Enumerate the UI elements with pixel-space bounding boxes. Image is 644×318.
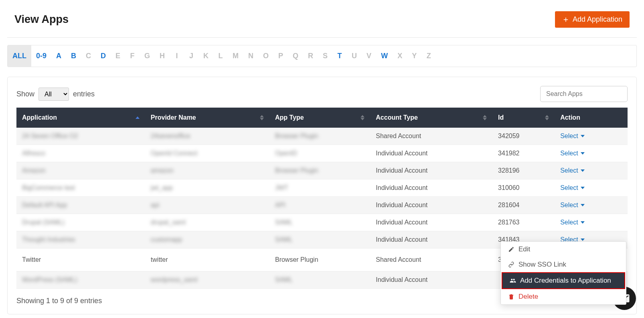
trash-icon bbox=[508, 294, 514, 300]
entries-select[interactable]: All bbox=[38, 88, 69, 101]
alpha-item-y: Y bbox=[407, 45, 421, 67]
table-row: AlfrescoOpenId ConnectOpenIDIndividual A… bbox=[16, 145, 628, 162]
svg-marker-8 bbox=[545, 118, 549, 120]
alpha-item-f: F bbox=[125, 45, 140, 67]
caret-down-icon bbox=[581, 187, 585, 189]
svg-marker-11 bbox=[581, 169, 585, 172]
col-account[interactable]: Account Type bbox=[370, 108, 492, 128]
alpha-item-j: J bbox=[184, 45, 198, 67]
action-dropdown: Edit Show SSO Link Add Credentials to Ap… bbox=[500, 241, 626, 305]
svg-marker-13 bbox=[581, 204, 585, 206]
alpha-item-c: C bbox=[81, 45, 96, 67]
svg-marker-14 bbox=[581, 221, 585, 224]
select-action[interactable]: Select bbox=[560, 167, 584, 174]
svg-marker-0 bbox=[136, 116, 140, 119]
select-action[interactable]: Select bbox=[560, 202, 584, 209]
alpha-item-h: H bbox=[155, 45, 170, 67]
plus-icon bbox=[562, 16, 569, 23]
caret-down-icon bbox=[581, 221, 585, 224]
add-application-button[interactable]: Add Application bbox=[555, 11, 630, 28]
alpha-item-w[interactable]: W bbox=[376, 45, 393, 67]
add-application-label: Add Application bbox=[573, 15, 622, 24]
sort-icon bbox=[136, 116, 140, 119]
col-id[interactable]: Id bbox=[492, 108, 555, 128]
alpha-item-u: U bbox=[347, 45, 362, 67]
svg-marker-10 bbox=[581, 152, 585, 155]
svg-marker-4 bbox=[360, 118, 365, 120]
dropdown-add-credentials[interactable]: Add Credentials to Application bbox=[502, 272, 625, 289]
svg-marker-1 bbox=[260, 115, 264, 118]
dropdown-edit[interactable]: Edit bbox=[501, 242, 626, 257]
caret-down-icon bbox=[581, 169, 585, 172]
alpha-item-v: V bbox=[362, 45, 376, 67]
caret-down-icon bbox=[581, 238, 585, 241]
svg-marker-3 bbox=[360, 115, 365, 118]
alpha-nav: ALL0-9ABCDEFGHIJKLMNOPQRSTUVWXYZ bbox=[7, 45, 637, 67]
alpha-item-q: Q bbox=[288, 45, 303, 67]
edit-icon bbox=[508, 246, 514, 253]
select-action[interactable]: Select bbox=[560, 132, 584, 140]
svg-marker-15 bbox=[581, 238, 585, 241]
link-icon bbox=[508, 261, 514, 268]
col-provider[interactable]: Provider Name bbox=[145, 108, 269, 128]
caret-down-icon bbox=[581, 135, 585, 137]
sort-icon bbox=[360, 115, 365, 120]
col-application[interactable]: Application bbox=[16, 108, 145, 128]
entries-label: entries bbox=[73, 90, 95, 98]
alpha-item-b[interactable]: B bbox=[66, 45, 81, 67]
alpha-item-x: X bbox=[393, 45, 407, 67]
alpha-item-o: O bbox=[258, 45, 273, 67]
table-row: Default API AppapiAPIIndividual Account2… bbox=[16, 197, 628, 214]
alpha-item-all[interactable]: ALL bbox=[8, 45, 31, 67]
sort-icon bbox=[483, 115, 487, 120]
select-action[interactable]: Select bbox=[560, 184, 584, 192]
svg-marker-5 bbox=[483, 115, 487, 118]
svg-marker-12 bbox=[581, 187, 585, 189]
select-action[interactable]: Select bbox=[560, 150, 584, 157]
dropdown-delete[interactable]: Delete bbox=[501, 289, 626, 304]
show-label: Show bbox=[16, 90, 34, 98]
caret-down-icon bbox=[581, 204, 585, 206]
alpha-item-i: I bbox=[170, 45, 184, 67]
page-title: View Apps bbox=[14, 13, 69, 26]
table-row: BigCommerce testjwt_appJWTIndividual Acc… bbox=[16, 179, 628, 197]
sort-icon bbox=[260, 115, 264, 120]
col-action: Action bbox=[555, 108, 628, 128]
alpha-item-s: S bbox=[318, 45, 332, 67]
alpha-item-a[interactable]: A bbox=[51, 45, 66, 67]
alpha-item-p: P bbox=[273, 45, 288, 67]
dropdown-show-sso[interactable]: Show SSO Link bbox=[501, 257, 626, 272]
alpha-item-0-9[interactable]: 0-9 bbox=[31, 45, 51, 67]
col-apptype[interactable]: App Type bbox=[269, 108, 370, 128]
users-icon bbox=[510, 277, 516, 284]
alpha-item-e: E bbox=[111, 45, 125, 67]
caret-down-icon bbox=[581, 152, 585, 155]
table-row: 24 Seven Office O224sevenofficeBrowser P… bbox=[16, 128, 628, 145]
alpha-item-n: N bbox=[243, 45, 258, 67]
alpha-item-g: G bbox=[140, 45, 155, 67]
alpha-item-k: K bbox=[198, 45, 213, 67]
table-row: Drupal (SAML)drupal_samlSAMLIndividual A… bbox=[16, 214, 628, 231]
svg-marker-2 bbox=[260, 118, 264, 120]
svg-marker-6 bbox=[483, 118, 487, 120]
sort-icon bbox=[545, 115, 549, 120]
alpha-item-d[interactable]: D bbox=[96, 45, 111, 67]
table-row: AmazonamazonBrowser PluginIndividual Acc… bbox=[16, 162, 628, 179]
svg-marker-9 bbox=[581, 135, 585, 137]
alpha-item-l: L bbox=[213, 45, 228, 67]
alpha-item-r: R bbox=[303, 45, 318, 67]
alpha-item-m: M bbox=[228, 45, 243, 67]
alpha-item-z: Z bbox=[421, 45, 436, 67]
search-input[interactable] bbox=[540, 86, 628, 102]
alpha-item-t[interactable]: T bbox=[332, 45, 347, 67]
svg-marker-7 bbox=[545, 115, 549, 118]
select-action[interactable]: Select bbox=[560, 219, 584, 226]
